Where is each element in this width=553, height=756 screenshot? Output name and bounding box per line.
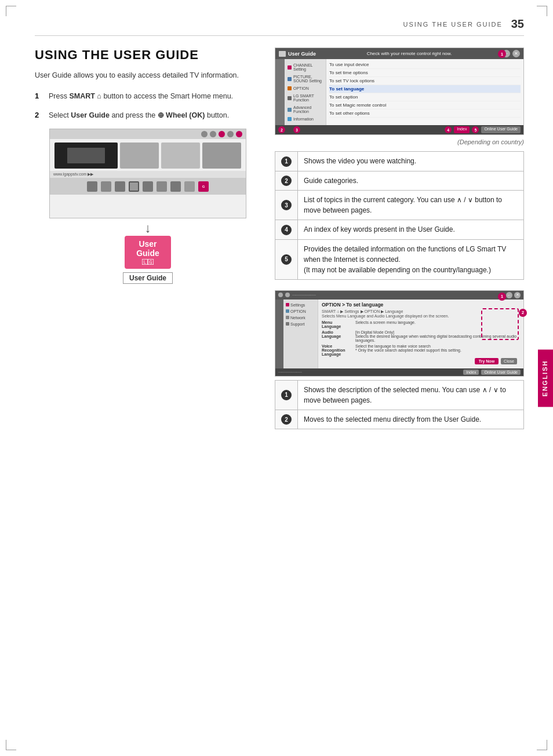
sidebar-item-advanced: Advanced Function — [285, 104, 326, 115]
opt-num-1: 1 — [498, 293, 506, 301]
ug-screenshot: 1 User Guide Check with your remote cont… — [275, 48, 524, 135]
ug-header-title: User Guide — [279, 51, 316, 57]
opt-value-voice: Select the language to make voice search… — [355, 344, 520, 356]
opt-icon-2 — [285, 293, 290, 297]
opt-sidebar-2: OPTION — [283, 308, 318, 315]
info-num-1: 1 — [275, 152, 298, 171]
opt-label-menu: MenuLanguage — [322, 320, 354, 328]
bottom-num-2: 2 — [275, 410, 298, 429]
info-row-5: 5 Provides the detailed information on t… — [275, 239, 524, 279]
ug-item-time: To set time options — [329, 69, 521, 77]
opt-dot-3 — [286, 316, 289, 319]
ug-item-language: To set language — [329, 85, 521, 93]
channel-dot — [288, 65, 292, 70]
bottom-text-2: Moves to the selected menu directly from… — [298, 410, 524, 429]
lg-logo: 🄻🄶 — [133, 259, 163, 265]
info-num-4: 4 — [275, 220, 298, 240]
step-2-text: Select User Guide and press the ⊕ Wheel … — [49, 109, 229, 122]
option-dot — [288, 86, 292, 90]
info-text-3: List of topics in the current category. … — [298, 191, 524, 220]
opt-num-2: 2 — [519, 309, 527, 317]
user-guide-label: User Guide — [123, 272, 173, 284]
info-text-2: Guide categories. — [298, 171, 524, 191]
opt-online-btn[interactable]: Online User Guide — [481, 370, 521, 375]
sidebar-item-lgsmart: LG SMART Function — [285, 92, 326, 104]
opt-sidebar-3: Network — [283, 315, 318, 321]
lgsmart-dot — [288, 96, 292, 100]
info-table: 1 Shows the video you were watching. 2 G… — [275, 151, 524, 280]
sidebar-item-picture: PICTURE, SOUND Setting — [285, 73, 326, 85]
sidebar-item-info: Information — [285, 115, 326, 123]
ug-main: To use input device To set time options … — [326, 59, 523, 125]
info-num-5: 5 — [275, 239, 298, 279]
intro-text: User Guide allows you to easily access d… — [35, 70, 261, 81]
smart-home-screenshot: www.lgappstv.com ▶▶ G — [49, 129, 246, 218]
opt-sidebar: Settings OPTION Network — [283, 300, 318, 368]
opt-dot-4 — [286, 322, 289, 326]
bottom-row-2: 2 Moves to the selected menu directly fr… — [275, 410, 524, 429]
ug-index-btn[interactable]: Index — [454, 126, 470, 133]
page-number: 35 — [511, 17, 524, 31]
steps-list: 1 Press SMART ⌂ button to access the Sma… — [35, 90, 261, 122]
ug-sidebar: CHANNEL Setting PICTURE, SOUND Setting O… — [285, 59, 326, 125]
user-guide-badge: UserGuide 🄻🄶 — [125, 236, 171, 269]
bottom-row-1: 1 Shows the description of the selected … — [275, 380, 524, 410]
opt-title: OPTION > To set language — [322, 302, 520, 308]
opt-sidebar-4: Support — [283, 321, 318, 327]
opt-back-btn[interactable]: ← — [506, 292, 512, 298]
opt-label-voice: VoiceRecognitionLanguage — [322, 344, 354, 356]
ug-online-btn[interactable]: Online User Guide — [481, 126, 521, 133]
num-2-badge: 2 — [278, 126, 285, 133]
ug-header: User Guide Check with your remote contro… — [275, 48, 523, 59]
num-3-badge: 3 — [293, 126, 300, 133]
bottom-info-table: 1 Shows the description of the selected … — [275, 380, 524, 430]
info-text-1: Shows the video you were watching. — [298, 152, 524, 171]
step-1: 1 Press SMART ⌂ button to access the Sma… — [35, 90, 261, 103]
opt-index-btn[interactable]: Index — [463, 370, 479, 375]
ug-item-input: To use input device — [329, 61, 521, 69]
info-row-4: 4 An index of key words present in the U… — [275, 220, 524, 240]
info-num-3: 3 — [275, 191, 298, 220]
opt-bottom-btns: Index Online User Guide — [463, 370, 521, 375]
bottom-text-1: Shows the description of the selected me… — [298, 380, 524, 410]
info-row-2: 2 Guide categories. — [275, 171, 524, 191]
ug-icon — [279, 51, 286, 57]
opt-label-audio: AudioLanguage — [322, 330, 354, 342]
info-text-5: Provides the detailed information on the… — [298, 239, 524, 279]
section-title: USING THE USER GUIDE — [35, 48, 261, 63]
ug-btn-close[interactable]: ✕ — [512, 50, 520, 57]
info-row-3: 3 List of topics in the current category… — [275, 191, 524, 220]
ug-left-strip — [275, 59, 285, 125]
opt-dot-2 — [286, 309, 289, 313]
opt-screenshot: 1 2 ····················· ← ✕ — [275, 290, 524, 377]
ug-bottom-numbers: 2 3 4 Index — [275, 125, 523, 134]
ug-num-1: 1 — [498, 50, 506, 58]
depending-text: (Depending on country) — [275, 138, 524, 145]
step-2: 2 Select User Guide and press the ⊕ Whee… — [35, 109, 261, 122]
sidebar-item-option: OPTION — [285, 85, 326, 92]
ug-bottom-bar: 2 3 4 Index — [275, 125, 523, 134]
opt-btns-row: Try Now Close — [322, 356, 520, 366]
ug-check-text: Check with your remote control right now… — [367, 51, 452, 56]
opt-x-btn[interactable]: ✕ — [514, 292, 521, 298]
num-4-badge: 4 — [445, 126, 452, 133]
num-5-badge: 5 — [472, 126, 479, 133]
ug-bottom-btns: 4 Index 5 Online User Guide — [445, 126, 521, 133]
try-now-btn[interactable]: Try Now — [475, 358, 499, 364]
info-row-1: 1 Shows the video you were watching. — [275, 152, 524, 171]
ug-item-lock: To set TV lock options — [329, 77, 521, 85]
opt-sidebar-1: Settings — [283, 302, 318, 308]
advanced-dot — [288, 108, 292, 112]
ug-item-caption: To set caption — [329, 93, 521, 101]
opt-left-strip — [275, 300, 283, 368]
opt-dashed-box: 2 — [481, 308, 519, 340]
info-dot — [288, 117, 292, 121]
step-1-text: Press SMART ⌂ button to access the Smart… — [49, 90, 233, 103]
close-btn[interactable]: Close — [501, 358, 517, 364]
picture-dot — [288, 77, 292, 81]
step-2-number: 2 — [35, 109, 43, 122]
info-text-4: An index of key words present in the Use… — [298, 220, 524, 240]
page-header: USING THE USER GUIDE 35 — [35, 17, 524, 36]
user-guide-box: UserGuide 🄻🄶 — [35, 236, 261, 269]
step-1-number: 1 — [35, 90, 43, 103]
